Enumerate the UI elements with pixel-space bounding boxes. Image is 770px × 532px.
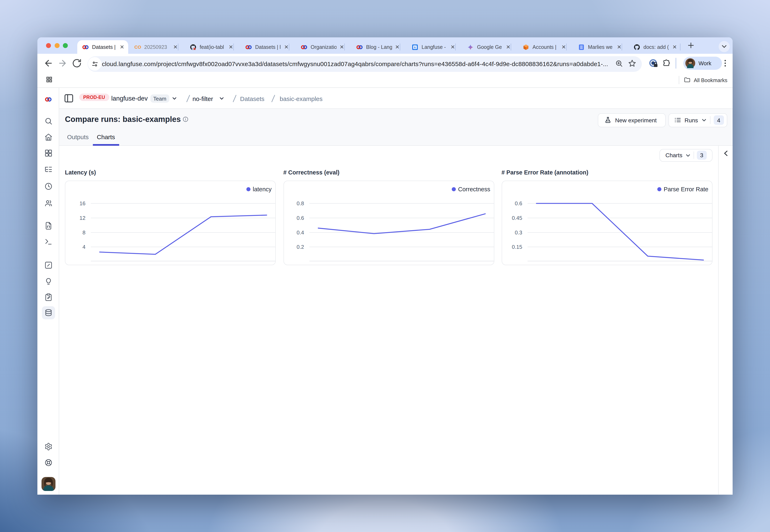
svg-text:6: 6	[414, 46, 416, 49]
svg-text:4: 4	[83, 244, 85, 250]
svg-text:0.4: 0.4	[297, 229, 304, 235]
svg-text:12: 12	[79, 215, 85, 221]
svg-text:Correctness: Correctness	[458, 186, 490, 192]
svg-text:0.8: 0.8	[297, 200, 304, 206]
svg-text:0.6: 0.6	[297, 215, 304, 221]
svg-text:Parse Error Rate: Parse Error Rate	[663, 186, 708, 192]
svg-text:0.6: 0.6	[515, 200, 522, 206]
svg-text:CO: CO	[134, 44, 141, 49]
svg-text:0.2: 0.2	[297, 244, 304, 250]
svg-text:0.15: 0.15	[511, 244, 522, 250]
svg-text:8: 8	[83, 229, 85, 235]
svg-text:0.45: 0.45	[511, 215, 522, 221]
svg-text:16: 16	[79, 200, 85, 206]
svg-text:latency: latency	[253, 186, 272, 192]
svg-text:0.3: 0.3	[515, 229, 522, 235]
